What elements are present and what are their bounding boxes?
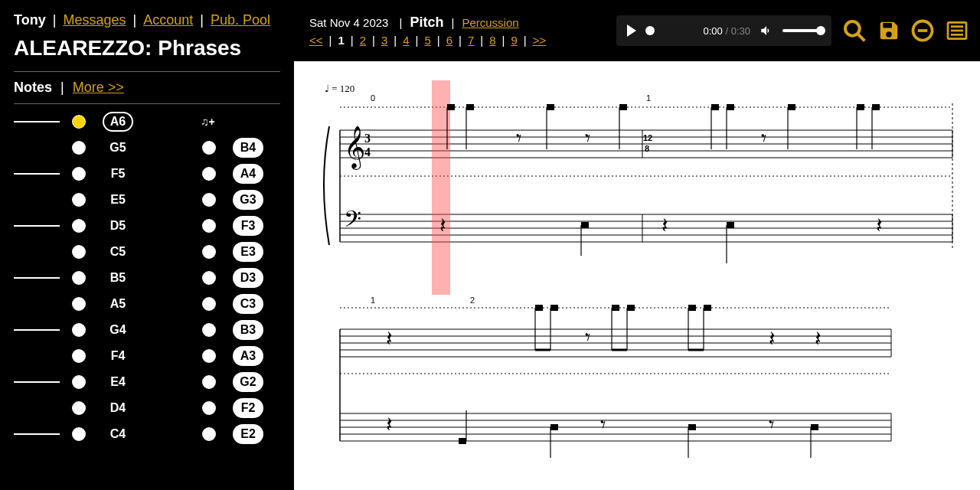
note-label[interactable]: F5 xyxy=(103,164,133,184)
nav-messages[interactable]: Messages xyxy=(63,12,126,28)
svg-rect-107 xyxy=(688,424,696,430)
pager-page-6[interactable]: 6 xyxy=(446,34,452,47)
progress-knob[interactable] xyxy=(645,26,655,35)
note-dot[interactable] xyxy=(70,191,87,208)
save-icon[interactable] xyxy=(877,19,900,42)
note-label[interactable]: B3 xyxy=(233,320,263,340)
note-label[interactable]: F2 xyxy=(233,398,263,418)
note-label[interactable]: E5 xyxy=(103,190,133,210)
note-dot[interactable] xyxy=(201,217,217,234)
pager-page-7[interactable]: 7 xyxy=(468,34,474,47)
note-label[interactable]: E4 xyxy=(103,372,133,392)
pager-page-3[interactable]: 3 xyxy=(381,34,387,47)
note-label[interactable]: D3 xyxy=(233,268,263,288)
pager-page-4[interactable]: 4 xyxy=(403,34,409,47)
svg-rect-47 xyxy=(727,104,734,110)
list-icon[interactable] xyxy=(945,18,969,43)
note-dot[interactable] xyxy=(201,374,217,390)
svg-text:♩ = 120: ♩ = 120 xyxy=(325,83,354,94)
topbar-row1: Sat Nov 4 2023 | Pitch | Percussion xyxy=(309,15,546,31)
note-label[interactable]: F4 xyxy=(103,346,133,366)
svg-rect-87 xyxy=(612,305,619,311)
note-dot[interactable] xyxy=(70,270,87,286)
note-label[interactable]: B4 xyxy=(233,138,263,158)
svg-rect-53 xyxy=(872,104,880,110)
note-label[interactable]: G5 xyxy=(103,138,133,158)
note-label[interactable]: E3 xyxy=(233,242,263,262)
svg-rect-59 xyxy=(581,222,589,228)
note-dot[interactable] xyxy=(201,296,217,312)
note-dot[interactable] xyxy=(70,348,87,364)
note-label[interactable]: G2 xyxy=(233,372,263,392)
note-label[interactable]: B5 xyxy=(103,268,133,288)
nav-account[interactable]: Account xyxy=(143,12,193,28)
note-dot[interactable] xyxy=(201,348,217,364)
staff-line xyxy=(14,355,60,357)
pager-prev[interactable]: << xyxy=(309,34,323,47)
note-dot[interactable] xyxy=(201,243,217,260)
note-dot[interactable] xyxy=(70,374,87,390)
play-button[interactable] xyxy=(627,24,636,37)
note-label[interactable]: E2 xyxy=(233,424,263,444)
add-note-symbol[interactable]: ♫+ xyxy=(201,116,222,128)
svg-text:8: 8 xyxy=(645,144,649,153)
note-dot[interactable] xyxy=(70,243,87,260)
note-dot[interactable] xyxy=(70,217,87,234)
note-label[interactable]: D5 xyxy=(103,216,133,236)
note-dot[interactable] xyxy=(70,139,87,156)
percussion-link[interactable]: Percussion xyxy=(462,16,518,29)
notes-grid: A6♫+G5B4F5A4E5G3D5F3C5E3B5D3A5C3G4B3F4A3… xyxy=(14,112,280,444)
nav-pub-pool[interactable]: Pub. Pool xyxy=(211,12,270,28)
volume-icon[interactable] xyxy=(760,24,773,38)
pager-page-9[interactable]: 9 xyxy=(511,34,517,47)
minus-circle-icon[interactable] xyxy=(911,19,934,42)
page-title: ALEAREZZO: Phrases xyxy=(14,36,280,60)
note-label[interactable]: G4 xyxy=(103,320,133,340)
note-label[interactable]: D4 xyxy=(103,398,133,418)
pager-page-5[interactable]: 5 xyxy=(424,34,430,47)
svg-text:1: 1 xyxy=(371,296,375,305)
note-label[interactable]: A3 xyxy=(233,346,263,366)
note-label[interactable]: A4 xyxy=(233,164,263,184)
note-dot[interactable] xyxy=(201,400,217,416)
svg-rect-92 xyxy=(688,305,696,311)
note-label[interactable]: G3 xyxy=(233,190,263,210)
note-label[interactable]: A6 xyxy=(103,112,133,132)
note-dot[interactable] xyxy=(201,322,217,338)
svg-rect-49 xyxy=(788,104,795,110)
note-label[interactable]: A5 xyxy=(103,294,133,314)
pager-next[interactable]: >> xyxy=(533,34,547,47)
note-dot[interactable] xyxy=(201,426,217,443)
svg-line-1 xyxy=(858,34,864,41)
note-dot[interactable] xyxy=(201,191,217,208)
svg-text:𝄞: 𝄞 xyxy=(344,126,365,170)
pager-current: 1 xyxy=(338,34,344,47)
note-dot[interactable] xyxy=(201,165,217,182)
pager-page-8[interactable]: 8 xyxy=(489,34,495,47)
note-dot[interactable] xyxy=(70,296,87,312)
note-label[interactable]: F3 xyxy=(233,216,263,236)
pager: <<|1|2|3|4|5|6|7|8|9|>> xyxy=(309,34,546,47)
note-label[interactable]: C3 xyxy=(233,294,263,314)
staff-line xyxy=(14,277,60,279)
note-dot[interactable] xyxy=(70,400,87,416)
divider xyxy=(14,71,280,72)
pager-page-2[interactable]: 2 xyxy=(360,34,366,47)
svg-rect-39 xyxy=(466,104,474,110)
volume-slider[interactable] xyxy=(782,29,821,32)
note-label[interactable]: C4 xyxy=(103,424,133,444)
note-dot[interactable] xyxy=(70,426,87,443)
note-label[interactable]: C5 xyxy=(103,242,133,262)
note-dot[interactable] xyxy=(201,270,217,286)
toolbar-icons xyxy=(842,18,969,43)
zoom-icon[interactable] xyxy=(842,18,867,43)
note-dot[interactable] xyxy=(201,139,217,156)
note-dot[interactable] xyxy=(70,165,87,182)
score-area[interactable]: ♩ = 120𝄞𝄢3401128𝄾𝄾𝄾𝄽𝄽𝄽12𝄽𝄾𝄽𝄽𝄽𝄾𝄾 xyxy=(294,61,980,490)
svg-text:𝄢: 𝄢 xyxy=(344,207,361,237)
svg-text:1: 1 xyxy=(646,93,651,103)
svg-text:𝄾: 𝄾 xyxy=(585,134,590,142)
note-dot[interactable] xyxy=(70,113,87,130)
note-dot[interactable] xyxy=(70,322,87,338)
notes-more-link[interactable]: More >> xyxy=(73,80,124,95)
